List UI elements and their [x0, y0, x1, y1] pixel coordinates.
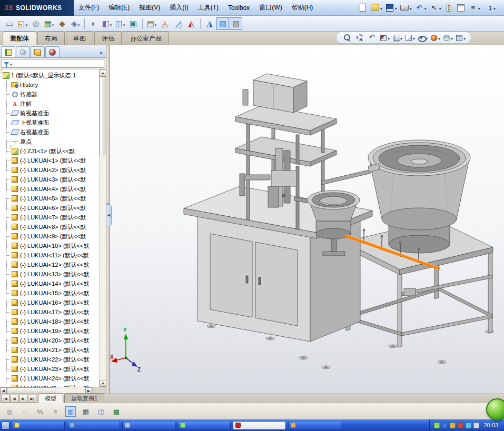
tree-item[interactable]: (-) LUKUAI<3> (默认<<默: [6, 175, 106, 184]
edit-appearance-icon[interactable]: [430, 33, 440, 42]
tree-item[interactable]: 右视基准面: [6, 127, 106, 137]
tree-item[interactable]: (-) LUKUAI<7> (默认<<默: [6, 213, 106, 222]
menu-item[interactable]: 编辑(E): [104, 1, 134, 15]
reference-geometry-icon[interactable]: ◫: [114, 17, 126, 30]
menu-item[interactable]: 插入(I): [165, 1, 193, 15]
tree-item[interactable]: (-) LUKUAI<4> (默认<<默: [6, 184, 106, 194]
tree-item[interactable]: (-) ZJ1<1> (默认<<默: [6, 146, 106, 156]
menu-item[interactable]: Toolbox: [223, 2, 254, 14]
display-style-icon[interactable]: [405, 33, 415, 42]
configurationmanager-tab[interactable]: [31, 46, 45, 57]
print-icon[interactable]: [399, 2, 413, 13]
tree-item[interactable]: 传感器: [6, 89, 106, 99]
interference-detection-icon[interactable]: ◭: [185, 17, 197, 30]
view-orientation-icon[interactable]: [392, 33, 402, 42]
scroll-thumb[interactable]: [100, 76, 106, 155]
new-document-icon[interactable]: [358, 2, 369, 13]
scroll-down-button[interactable]: [100, 380, 106, 387]
displaymanager-tab[interactable]: [45, 46, 60, 57]
commandmanager-tab[interactable]: 评估: [94, 32, 122, 45]
tree-item[interactable]: (-) LUKUAI<13> (默认<<默: [6, 269, 106, 279]
apply-scene-icon[interactable]: [443, 33, 453, 42]
tray-icon-1[interactable]: [434, 423, 440, 428]
taskbar-window-solidworks[interactable]: [233, 421, 286, 430]
panel-collapse-handle[interactable]: [106, 204, 112, 226]
tree-item[interactable]: 上视基准面: [6, 118, 106, 127]
tree-item[interactable]: (-) LUKUAI<21> (默认<<默: [6, 345, 106, 355]
update-speedpak-icon[interactable]: ▨: [230, 17, 242, 30]
selection-filter-icon[interactable]: ◎: [4, 406, 15, 417]
propertymanager-tab[interactable]: [16, 46, 30, 57]
select-icon[interactable]: ↖: [429, 2, 442, 13]
tree-item[interactable]: (-) LUKUAI<18> (默认<<默: [6, 317, 106, 326]
zoom-to-area-icon[interactable]: [354, 33, 364, 42]
taskbar-clock[interactable]: 20:03: [483, 422, 498, 428]
move-component-icon[interactable]: ◈: [69, 17, 82, 30]
previous-view-icon[interactable]: [367, 33, 377, 42]
clearance-verification-icon[interactable]: ◮: [203, 17, 216, 30]
tree-item[interactable]: (-) LUKUAI<22> (默认<<默: [6, 355, 106, 364]
filter-caret-icon[interactable]: [10, 60, 12, 67]
open-document-icon[interactable]: [370, 2, 383, 13]
tray-icon-6[interactable]: [473, 423, 479, 428]
tree-item[interactable]: (-) LUKUAI<14> (默认<<默: [6, 279, 106, 288]
tree-vertical-scrollbar[interactable]: [99, 69, 106, 387]
menu-item[interactable]: 工具(T): [193, 1, 223, 15]
antivirus-float-ball-icon[interactable]: [486, 398, 504, 420]
assembly-features-icon[interactable]: ◧: [101, 17, 113, 30]
tree-item[interactable]: 原点: [6, 137, 106, 146]
zoom-fit-icon[interactable]: [342, 33, 352, 42]
smart-fasteners-icon[interactable]: ◆: [56, 17, 68, 30]
tree-item[interactable]: (-) LUKUAI<12> (默认<<默: [6, 260, 106, 269]
tab-scroll-first-icon[interactable]: [1, 395, 9, 403]
tree-item[interactable]: (-) LUKUAI<10> (默认<<默: [6, 241, 106, 250]
new-motion-study-icon[interactable]: ▣: [127, 17, 140, 30]
tab-scroll-last-icon[interactable]: [28, 395, 36, 403]
view-settings-icon[interactable]: [456, 33, 466, 42]
hide-show-items-icon[interactable]: [418, 33, 428, 42]
tree-item[interactable]: 注解: [6, 99, 106, 108]
tree-item[interactable]: (-) LUKUAI<11> (默认<<默: [6, 250, 106, 260]
insert-component-icon[interactable]: ◱: [16, 17, 29, 30]
tree-item[interactable]: 前视基准面: [6, 108, 106, 118]
tree-item[interactable]: History: [6, 80, 106, 89]
tree-item[interactable]: (-) LUKUAI<1> (默认<<默: [6, 156, 106, 165]
commandmanager-tab[interactable]: 布局: [37, 32, 65, 45]
taskbar-window-2[interactable]: [67, 421, 120, 430]
bill-of-materials-icon[interactable]: ▤: [145, 17, 158, 30]
taskbar-window-4[interactable]: [177, 421, 231, 430]
scroll-up-button[interactable]: [100, 69, 106, 76]
document-tab[interactable]: 运动算例1: [64, 393, 104, 403]
rebuild-icon[interactable]: [443, 2, 454, 13]
options-icon[interactable]: ≡: [468, 2, 481, 13]
tab-scroll-prev-icon[interactable]: [10, 395, 18, 403]
section-view-icon[interactable]: [380, 33, 390, 42]
hide-types-icon[interactable]: ◌: [19, 406, 30, 417]
table-view-icon[interactable]: ◫: [96, 406, 106, 417]
featuremanager-tab[interactable]: [1, 46, 15, 57]
undo-icon[interactable]: ↶: [414, 2, 428, 13]
tree-item[interactable]: (-) LUKUAI<23> (默认<<默: [6, 364, 106, 374]
tree-item[interactable]: (-) LUKUAI<8> (默认<<默: [6, 222, 106, 232]
mate-icon[interactable]: ◎: [29, 17, 42, 30]
menu-item[interactable]: 窗口(W): [254, 1, 286, 15]
taskbar-window-3[interactable]: [122, 421, 175, 430]
tree-item[interactable]: (-) LUKUAI<16> (默认<<默: [6, 298, 106, 307]
tree-item[interactable]: (-) LUKUAI<5> (默认<<默: [6, 194, 106, 203]
tray-icon-3[interactable]: [450, 423, 456, 428]
taskbar-window-1[interactable]: [12, 421, 65, 430]
commandmanager-tab[interactable]: 办公室产品: [123, 32, 169, 45]
tree-item[interactable]: (-) LUKUAI<2> (默认<<默: [6, 165, 106, 175]
tree-item[interactable]: (-) LUKUAI<20> (默认<<默: [6, 336, 106, 345]
open-documents-badge[interactable]: 1: [486, 4, 499, 12]
graphics-viewport[interactable]: Y X Z: [110, 45, 504, 394]
tree-item[interactable]: (-) LUKUAI<15> (默认<<默: [6, 288, 106, 298]
instant3d-icon[interactable]: ▧: [216, 17, 229, 30]
tree-item[interactable]: (-) LUKUAI<19> (默认<<默: [6, 326, 106, 336]
menu-item[interactable]: 文件(F): [74, 1, 104, 15]
commandmanager-tab[interactable]: 装配体: [3, 32, 36, 45]
line-format-icon[interactable]: ≡: [50, 406, 61, 417]
explode-line-sketch-icon[interactable]: ◿: [172, 17, 184, 30]
edit-component-icon[interactable]: ▭: [3, 17, 16, 30]
zoom-ratio-icon[interactable]: %: [35, 406, 45, 417]
